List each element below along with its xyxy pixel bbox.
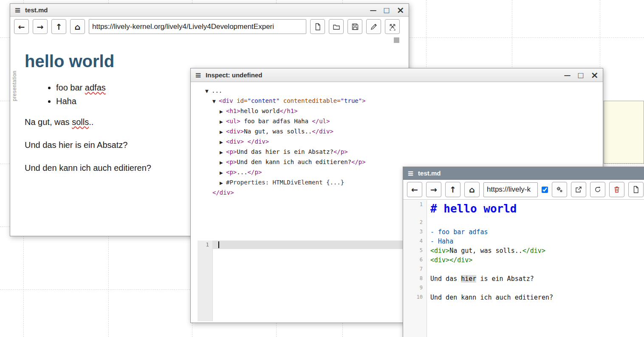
editor-line[interactable]: 6<div></div> [403, 255, 644, 265]
titlebar[interactable]: ≡ Inspect: undefined — □ × [191, 68, 603, 82]
syntax-segment: </ul> [312, 118, 330, 125]
yellow-note-panel[interactable] [604, 101, 644, 164]
syntax-segment: ▶ [220, 127, 226, 137]
editor-line[interactable]: 7 [403, 265, 644, 274]
editor-toolbar: ← → ↑ ⌂ [403, 180, 644, 200]
url-input[interactable] [483, 182, 538, 197]
syntax-segment: Und den kann ich auch editieren? [430, 294, 553, 301]
back-button[interactable]: ← [407, 182, 422, 197]
new-file-icon [314, 23, 322, 31]
syntax-segment: <ul> [226, 118, 240, 125]
fullscreen-button[interactable] [385, 19, 400, 34]
close-icon[interactable]: × [591, 71, 599, 80]
line-text [427, 218, 430, 227]
syntax-segment: ... [237, 169, 247, 176]
syntax-segment: ... [212, 87, 222, 94]
resize-handle[interactable] [394, 37, 399, 43]
close-icon[interactable]: × [397, 6, 404, 15]
editor-line[interactable]: 8Und das hier is ein Absatz? [403, 274, 644, 283]
code-editor[interactable]: 1# hello world23- foo bar adfas4- Haha5<… [403, 200, 644, 337]
tree-node[interactable]: ▶<div>Na gut, was solls..</div> [191, 127, 603, 137]
new-file-button[interactable] [628, 182, 644, 197]
syntax-segment: ▼ [205, 87, 212, 96]
line-text: <div></div> [427, 255, 472, 265]
forward-button[interactable]: → [426, 182, 441, 197]
settings-button[interactable] [552, 182, 567, 197]
editor-line[interactable]: 1# hello world [403, 200, 644, 218]
menu-icon[interactable]: ≡ [195, 71, 201, 79]
minimize-icon[interactable]: — [564, 72, 571, 79]
home-button[interactable]: ⌂ [70, 19, 85, 34]
tree-node[interactable]: ▶<h1>hello world</h1> [191, 106, 603, 116]
tree-node[interactable]: ▶<div> </div> [191, 137, 603, 147]
forward-button[interactable]: → [33, 19, 48, 34]
up-button[interactable]: ↑ [51, 19, 66, 34]
line-number: 10 [403, 293, 427, 302]
home-button[interactable]: ⌂ [464, 182, 480, 197]
open-folder-button[interactable] [329, 19, 344, 34]
reload-button[interactable] [590, 182, 605, 197]
up-button[interactable]: ↑ [445, 182, 460, 197]
tree-node[interactable]: ▶<p>Und den kann ich auch editieren?</p> [191, 157, 603, 167]
minimize-icon[interactable]: — [370, 7, 376, 14]
edit-button[interactable] [366, 19, 381, 34]
editor-line[interactable]: 3- foo bar adfas [403, 227, 644, 237]
editor-line[interactable]: 10Und den kann ich auch editieren? [403, 293, 644, 302]
inspector-code-editor[interactable]: 1 [198, 241, 410, 321]
line-text [427, 283, 430, 293]
tree-node[interactable]: ▶<p>Und das hier is ein Absatz?</p> [191, 147, 603, 157]
syntax-segment: ▶ [220, 178, 226, 188]
line-text: ▶<div> </div> [220, 138, 269, 145]
tree-node[interactable]: ▼<div id="content" contenteditable="true… [191, 96, 603, 106]
menu-icon[interactable]: ≡ [14, 6, 21, 14]
maximize-icon[interactable]: □ [383, 7, 390, 14]
window-title: test.md [25, 6, 48, 14]
syntax-segment: is ein Absatz? [476, 275, 534, 283]
delete-button[interactable] [609, 182, 624, 197]
syntax-segment: Na gut, was solls.. [244, 128, 312, 135]
line-text: ▶ #Properties: HTMLDivElement {...} [220, 179, 344, 186]
syntax-segment: "content" [247, 97, 280, 104]
line-text: ▶<p>...</p> [220, 169, 262, 176]
tree-node[interactable]: ▼... [191, 86, 603, 96]
editor-line[interactable]: 9 [403, 283, 644, 293]
syntax-segment: </div> [248, 138, 269, 145]
line-text: ▶<ul> foo bar adfas Haha </ul> [220, 118, 330, 125]
line-number: 1 [206, 241, 209, 248]
line-number: 5 [403, 246, 427, 255]
editor-line[interactable]: 4- Haha [403, 237, 644, 246]
misspelled-word: adfas [85, 83, 106, 92]
line-text [427, 265, 430, 274]
presentation-label: presentation [11, 71, 17, 101]
line-number: 4 [403, 237, 427, 246]
line-text: ▶<div>Na gut, was solls..</div> [220, 128, 333, 135]
line-text: <div>Na gut, was solls..</div> [427, 246, 545, 255]
save-button[interactable] [347, 19, 362, 34]
syntax-segment: </h1> [280, 108, 297, 114]
editor-line[interactable]: 5<div>Na gut, was solls..</div> [403, 246, 644, 255]
syntax-segment: <div> [226, 138, 244, 145]
syntax-segment: ▶ [220, 158, 226, 167]
titlebar[interactable]: ≡ test.md — □ × [10, 4, 409, 17]
url-input[interactable] [89, 19, 306, 34]
new-file-button[interactable] [310, 19, 325, 34]
syntax-segment: <div> [226, 128, 244, 135]
syntax-segment: foo bar adfas Haha [240, 118, 312, 125]
window-controls: — □ × [564, 71, 599, 80]
folder-icon [333, 23, 340, 31]
open-external-button[interactable] [571, 182, 586, 197]
tree-node[interactable]: ▶<ul> foo bar adfas Haha </ul> [191, 116, 603, 127]
option-checkbox[interactable] [542, 187, 548, 193]
titlebar[interactable]: ≡ test.md [403, 167, 644, 180]
active-line[interactable] [213, 241, 410, 249]
syntax-segment: ▶ [220, 168, 226, 178]
line-text: # hello world [427, 200, 517, 218]
back-button[interactable]: ← [14, 19, 29, 34]
editor-line[interactable]: 2 [403, 218, 644, 227]
menu-icon[interactable]: ≡ [407, 169, 414, 178]
maximize-icon[interactable]: □ [577, 72, 584, 79]
line-text: ▼<div id="content" contenteditable="true… [212, 97, 366, 104]
window-markdown-editor: ≡ test.md ← → ↑ ⌂ 1# hello world23- foo … [403, 167, 644, 337]
syntax-segment: Na gut, was solls.. [449, 247, 523, 255]
line-text: ▶<h1>hello world</h1> [220, 108, 298, 114]
